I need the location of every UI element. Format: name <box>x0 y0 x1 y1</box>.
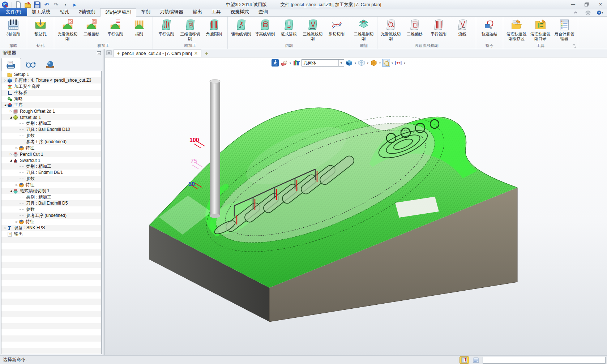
restore-button[interactable] <box>582 1 591 8</box>
tree-row[interactable]: 参数 <box>1 176 101 182</box>
menu-tab-2[interactable]: 钻孔 <box>55 8 74 16</box>
shaded-cube-icon[interactable] <box>345 59 353 67</box>
chevron-down-icon[interactable]: ▾ <box>403 61 406 65</box>
tree-row[interactable]: 类别 : 精加工 <box>1 120 101 127</box>
dimension-icon[interactable] <box>394 59 402 67</box>
more-dropdown-icon[interactable]: ▾ <box>62 1 69 8</box>
expander-icon[interactable]: ▷ <box>14 183 19 187</box>
new-file-icon[interactable] <box>15 1 22 8</box>
undo-icon[interactable]: ↶ <box>43 1 50 8</box>
panel-minimize-icon[interactable] <box>96 51 101 55</box>
open-file-icon[interactable] <box>24 1 31 8</box>
expander-icon[interactable]: ◢ <box>9 116 13 119</box>
menu-tab-5[interactable]: 车削 <box>136 8 155 16</box>
tab-visibility[interactable] <box>21 58 40 71</box>
ribbon-item-清理快速铣削缓存区[interactable]: 清理快速铣削缓存区 <box>505 17 529 41</box>
close-panel-icon[interactable] <box>106 50 112 56</box>
ribbon-item-二维偏移[interactable]: 二维偏移 <box>80 17 103 37</box>
tree-row[interactable]: 参考工序 (undefined) <box>1 139 101 145</box>
chevron-down-icon[interactable]: ▾ <box>367 61 369 65</box>
tree-row[interactable]: ▷特征 <box>1 219 101 225</box>
ribbon-item-二维雕刻切削[interactable]: 二维雕刻切削 <box>352 17 376 41</box>
ribbon-item-3轴铣削[interactable]: 3轴铣削 <box>1 17 25 37</box>
ribbon-item-后台计算管理器[interactable]: 后台计算管理器 <box>552 17 576 41</box>
shaded-poly-icon[interactable] <box>370 59 378 67</box>
expander-icon[interactable]: ▷ <box>3 79 7 82</box>
ribbon-item-平行铣削[interactable]: 平行铣削 <box>103 17 127 37</box>
new-tab-button[interactable]: + <box>201 50 212 57</box>
tree-row[interactable]: 参考工序 (undefined) <box>1 213 101 219</box>
chevron-down-icon[interactable]: ▼ <box>338 60 344 66</box>
ribbon-item-轨迹连结[interactable]: 轨迹连结 <box>478 17 501 37</box>
input-options-icon[interactable] <box>459 356 469 364</box>
expander-icon[interactable]: ▷ <box>3 226 7 230</box>
ribbon-item-驱动线切削[interactable]: 驱动线切削 <box>229 17 253 37</box>
tree-row[interactable]: ◢Offset 3d 1 <box>1 114 101 120</box>
ribbon-item-等高线切削[interactable]: 等高线切削 <box>253 17 277 37</box>
expander-icon[interactable]: ◢ <box>3 103 7 107</box>
menu-tab-1[interactable]: 加工系统 <box>27 8 55 16</box>
tree-row[interactable]: 刀具 : Endmill D6/1 <box>1 170 101 176</box>
ribbon-item-二维偏移[interactable]: 二维偏移 <box>403 17 427 37</box>
ribbon-item-胀切切削[interactable]: 胀切切削 <box>325 17 349 37</box>
ribbon-item-平行铣削[interactable]: 平行铣削 <box>154 17 178 37</box>
command-input[interactable] <box>483 357 606 364</box>
chevron-down-icon[interactable]: ▾ <box>289 61 291 65</box>
filter-icon[interactable] <box>292 59 300 67</box>
zoom-region-icon[interactable] <box>382 59 390 67</box>
tree-row[interactable]: 坐标系 <box>1 90 101 96</box>
tab-cam-manager[interactable] <box>1 58 21 71</box>
tree-row[interactable]: 类别 : 精加工 <box>1 194 101 200</box>
chevron-down-icon[interactable]: ▾ <box>391 61 393 65</box>
expander-icon[interactable]: ▷ <box>14 146 19 150</box>
menu-tab-8[interactable]: 工具 <box>207 8 226 16</box>
play-icon[interactable]: ▶ <box>71 1 78 8</box>
eraser-icon[interactable] <box>280 59 288 67</box>
viewport-3d[interactable]: ▾几何体▼▾▾▾▾▾ <box>105 57 607 355</box>
document-tab[interactable]: + pencil_shoe_cut.Z3 - [7. Cam plan] ✕ <box>114 49 201 57</box>
expander-icon[interactable]: ▷ <box>9 110 13 113</box>
walk-icon[interactable] <box>271 59 279 67</box>
tree-row[interactable]: ▷几何体 : 4. Fixture < pencil_shoe_cut.Z3 <box>1 77 101 83</box>
menu-tab-10[interactable]: 查询 <box>254 8 273 16</box>
command-log-icon[interactable] <box>471 356 480 364</box>
tree-row[interactable]: ▷设备 : SNK FPS <box>1 225 101 231</box>
tree-row[interactable]: 参数 <box>1 133 101 139</box>
expander-icon[interactable]: ▷ <box>14 220 19 223</box>
ribbon-item-角度限制[interactable]: 角度限制 <box>202 17 226 37</box>
wire-cube-icon[interactable] <box>358 59 366 67</box>
dialog-launcher-icon[interactable] <box>572 44 577 48</box>
ribbon-item-光滑流线切削[interactable]: 光滑流线切削 <box>56 17 80 41</box>
tree-row[interactable]: Setup 1 <box>1 71 101 77</box>
expander-icon[interactable]: ◢ <box>9 159 13 162</box>
tab-material[interactable] <box>40 58 60 71</box>
ribbon-item-清理快速铣削目录[interactable]: 清理快速铣削目录 <box>529 17 552 41</box>
tree-row[interactable]: ◢Swarfcut 1 <box>1 157 101 163</box>
expander-icon[interactable]: ▷ <box>9 153 13 156</box>
ribbon-item-三维流线切削[interactable]: 三维流线切削 <box>301 17 325 41</box>
ribbon-item-平行铣削[interactable]: 平行铣削 <box>427 17 450 37</box>
menu-tab-file[interactable]: 文件(F) <box>0 8 27 16</box>
ribbon-item-流线[interactable]: 流线 <box>450 17 474 37</box>
ribbon-item-预钻孔[interactable]: 预钻孔 <box>29 17 52 37</box>
tree-row[interactable]: ◢笔式清根切削 1 <box>1 188 101 194</box>
tree-row[interactable]: 加工安全高度 <box>1 83 101 90</box>
tab-close-icon[interactable]: ✕ <box>194 51 198 56</box>
ribbon-item-光滑流线切削[interactable]: 光滑流线切削 <box>379 17 403 41</box>
tree-row[interactable]: 策略 <box>1 96 101 102</box>
redo-icon[interactable]: ↷ <box>52 1 60 8</box>
chevron-down-icon[interactable]: ▾ <box>379 61 381 65</box>
tree-row[interactable]: 刀具 : Ball Endmill D10 <box>1 127 101 133</box>
menu-tab-9[interactable]: 视觉样式 <box>226 8 254 16</box>
save-icon[interactable] <box>34 1 41 8</box>
ribbon-item-笔式清根[interactable]: 笔式清根 <box>277 17 301 37</box>
tree-row[interactable]: 参数 <box>1 206 101 213</box>
tree-row[interactable]: ▷Pencil Cut 1 <box>1 151 101 157</box>
minimize-button[interactable]: — <box>569 1 577 8</box>
expander-icon[interactable]: ◢ <box>9 189 13 193</box>
menu-tab-3[interactable]: 2轴铣削 <box>74 8 100 16</box>
geometry-filter-combobox[interactable]: 几何体▼ <box>302 59 344 67</box>
help-icon[interactable]: ? ▾ <box>597 10 603 16</box>
ribbon-item-插削[interactable]: 插削 <box>127 17 151 37</box>
chevron-down-icon[interactable]: ▾ <box>354 61 356 65</box>
